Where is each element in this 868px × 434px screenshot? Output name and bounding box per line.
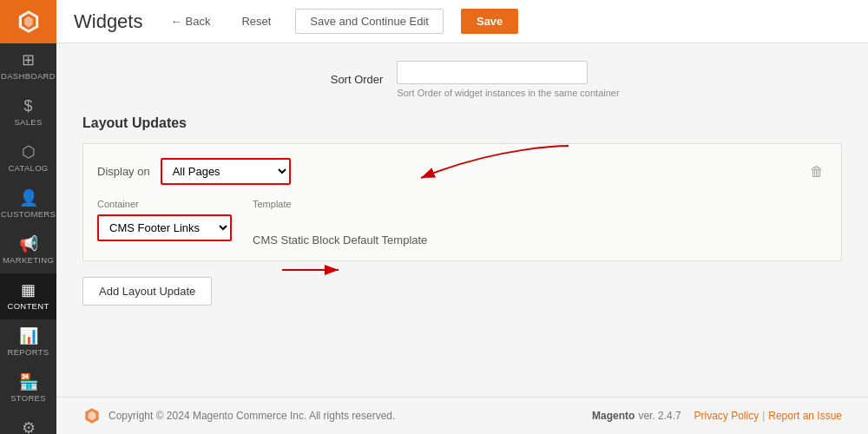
sort-order-input[interactable]	[397, 61, 588, 84]
footer-right: Magento ver. 2.4.7 Privacy Policy | Repo…	[592, 410, 842, 422]
sidebar-item-catalog[interactable]: ⬡ Catalog	[0, 135, 56, 181]
sidebar-item-label: Dashboard	[1, 71, 56, 81]
layout-updates-section: Layout Updates	[82, 115, 842, 306]
sidebar-item-label: Stores	[10, 393, 46, 403]
main-content: Widgets ← Back Reset Save and Continue E…	[56, 0, 868, 434]
sidebar-item-content[interactable]: ▦ Content	[0, 273, 56, 319]
footer-divider: |	[762, 410, 765, 422]
sidebar-logo	[0, 0, 56, 43]
sidebar-item-label: Sales	[14, 117, 42, 127]
footer-version: ver. 2.4.7	[638, 410, 681, 422]
template-value: CMS Static Block Default Template	[253, 214, 427, 247]
sidebar-item-system[interactable]: ⚙ System	[0, 411, 56, 434]
container-field-group: Container CMS Footer Links Header Footer…	[97, 199, 232, 241]
layout-update-box: Display on All Pages Specific Pages All …	[82, 143, 842, 261]
sidebar-item-label: Marketing	[3, 255, 54, 265]
sort-order-label: Sort Order	[305, 73, 383, 86]
display-on-select[interactable]: All Pages Specific Pages All Product Typ…	[161, 158, 291, 185]
add-layout-update-button[interactable]: Add Layout Update	[82, 277, 212, 306]
customers-icon: 👤	[19, 190, 38, 206]
container-select[interactable]: CMS Footer Links Header Footer Main Cont…	[97, 214, 232, 241]
save-continue-button[interactable]: Save and Continue Edit	[295, 9, 444, 34]
page-header: Widgets ← Back Reset Save and Continue E…	[56, 0, 868, 43]
sidebar-item-label: Customers	[1, 209, 56, 219]
content-icon: ▦	[21, 282, 36, 298]
sidebar-item-stores[interactable]: 🏪 Stores	[0, 365, 56, 411]
system-icon: ⚙	[22, 420, 36, 434]
sidebar-item-dashboard[interactable]: ⊞ Dashboard	[0, 43, 56, 89]
sort-order-input-wrap: Sort Order of widget instances in the sa…	[397, 61, 619, 98]
privacy-policy-link[interactable]: Privacy Policy	[694, 410, 759, 422]
layout-updates-title: Layout Updates	[82, 115, 842, 131]
sidebar-item-sales[interactable]: $ Sales	[0, 89, 56, 135]
save-button[interactable]: Save	[461, 9, 518, 34]
display-on-label: Display on	[97, 165, 150, 178]
page-body: Sort Order Sort Order of widget instance…	[56, 43, 868, 397]
footer-copyright: Copyright © 2024 Magento Commerce Inc. A…	[108, 410, 395, 422]
footer-brand: Magento	[592, 410, 635, 422]
page-title: Widgets	[74, 10, 142, 33]
sidebar-item-marketing[interactable]: 📢 Marketing	[0, 227, 56, 273]
reports-icon: 📊	[19, 328, 38, 344]
page-footer: Copyright © 2024 Magento Commerce Inc. A…	[56, 397, 868, 434]
sort-order-hint: Sort Order of widget instances in the sa…	[397, 88, 619, 98]
sales-icon: $	[23, 98, 32, 114]
sidebar-item-customers[interactable]: 👤 Customers	[0, 181, 56, 227]
dashboard-icon: ⊞	[22, 52, 35, 68]
back-button[interactable]: ← Back	[163, 11, 217, 31]
display-on-row: Display on All Pages Specific Pages All …	[97, 158, 827, 185]
template-label: Template	[253, 199, 427, 209]
template-field-group: Template CMS Static Block Default Templa…	[253, 199, 427, 247]
marketing-icon: 📢	[19, 236, 38, 252]
sidebar-item-label: Reports	[8, 347, 49, 357]
sort-order-row: Sort Order Sort Order of widget instance…	[82, 61, 842, 98]
container-template-row: Container CMS Footer Links Header Footer…	[97, 199, 827, 247]
stores-icon: 🏪	[19, 374, 38, 390]
container-label: Container	[97, 199, 232, 209]
sidebar-item-label: Content	[7, 301, 49, 311]
report-issue-link[interactable]: Report an Issue	[768, 410, 842, 422]
footer-left: Copyright © 2024 Magento Commerce Inc. A…	[82, 406, 395, 425]
display-on-left: Display on All Pages Specific Pages All …	[97, 158, 291, 185]
sidebar: ⊞ Dashboard $ Sales ⬡ Catalog 👤 Customer…	[0, 0, 56, 434]
footer-logo-icon	[82, 406, 102, 425]
sidebar-item-reports[interactable]: 📊 Reports	[0, 319, 56, 365]
delete-layout-button[interactable]: 🗑	[806, 161, 827, 183]
sidebar-item-label: Catalog	[8, 163, 48, 173]
catalog-icon: ⬡	[22, 144, 36, 160]
back-arrow-icon: ←	[170, 15, 181, 28]
reset-button[interactable]: Reset	[234, 11, 278, 31]
